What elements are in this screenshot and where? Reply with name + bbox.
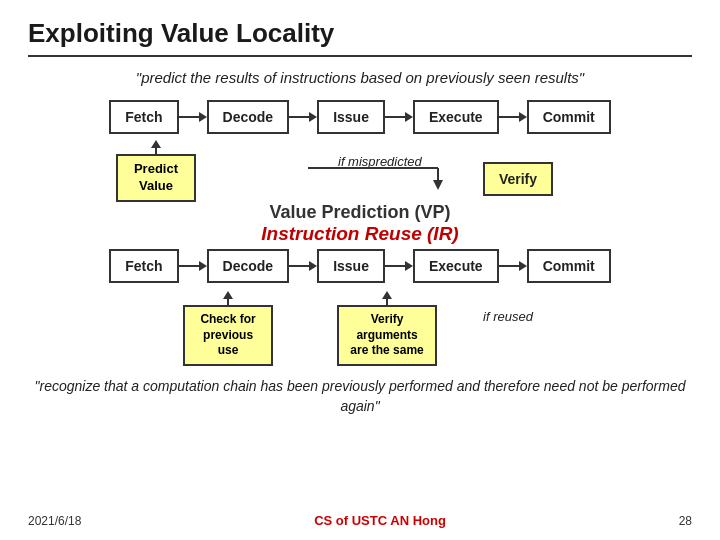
vp-execute-box: Execute — [413, 100, 499, 134]
ir-arrow-1 — [179, 259, 207, 273]
verify-args-box: Verify arguments are the same — [337, 305, 437, 366]
vp-decode-box: Decode — [207, 100, 290, 134]
check-for-previous-use-box: Check for previous use — [183, 305, 273, 366]
footer: 2021/6/18 CS of USTC AN Hong 28 — [28, 507, 692, 528]
vp-arrow-3 — [385, 110, 413, 124]
ir-arrow-2 — [289, 259, 317, 273]
if-reused-label: if reused — [483, 309, 533, 324]
section-titles: Value Prediction (VP) Instruction Reuse … — [28, 202, 692, 245]
vp-arrow-1 — [179, 110, 207, 124]
vp-section-title: Value Prediction (VP) — [269, 202, 450, 222]
ir-section: Fetch Decode Issue Execute Commit Check … — [28, 249, 692, 366]
footer-center: CS of USTC AN Hong — [81, 513, 678, 528]
ir-execute-box: Execute — [413, 249, 499, 283]
vp-down-arrow — [149, 140, 163, 154]
ir-issue-box: Issue — [317, 249, 385, 283]
ir-decode-box: Decode — [207, 249, 290, 283]
ir-arrow-3 — [385, 259, 413, 273]
vp-arrow-4 — [499, 110, 527, 124]
ir-down-arrow-check — [221, 291, 235, 305]
predict-value-box: Predict Value — [116, 154, 196, 202]
vp-arrow-2 — [289, 110, 317, 124]
footer-date: 2021/6/18 — [28, 514, 81, 528]
vp-issue-box: Issue — [317, 100, 385, 134]
vp-pipeline-row: Fetch Decode Issue Execute Commit — [109, 100, 611, 134]
vp-fetch-box: Fetch — [109, 100, 178, 134]
slide: Exploiting Value Locality "predict the r… — [0, 0, 720, 540]
vp-commit-box: Commit — [527, 100, 611, 134]
footer-page: 28 — [679, 514, 692, 528]
bottom-quote: "recognize that a computation chain has … — [28, 376, 692, 417]
ir-down-arrow-verify — [380, 291, 394, 305]
page-title: Exploiting Value Locality — [28, 18, 692, 57]
svg-marker-2 — [433, 180, 443, 190]
ir-pipeline-row: Fetch Decode Issue Execute Commit — [109, 249, 611, 283]
vp-mispredicted-arrow — [298, 140, 528, 196]
ir-section-title: Instruction Reuse (IR) — [261, 223, 458, 244]
ir-arrow-4 — [499, 259, 527, 273]
ir-commit-box: Commit — [527, 249, 611, 283]
vp-section: Fetch Decode Issue Execute Commit Predic… — [28, 100, 692, 196]
ir-fetch-box: Fetch — [109, 249, 178, 283]
vp-quote: "predict the results of instructions bas… — [28, 67, 692, 88]
